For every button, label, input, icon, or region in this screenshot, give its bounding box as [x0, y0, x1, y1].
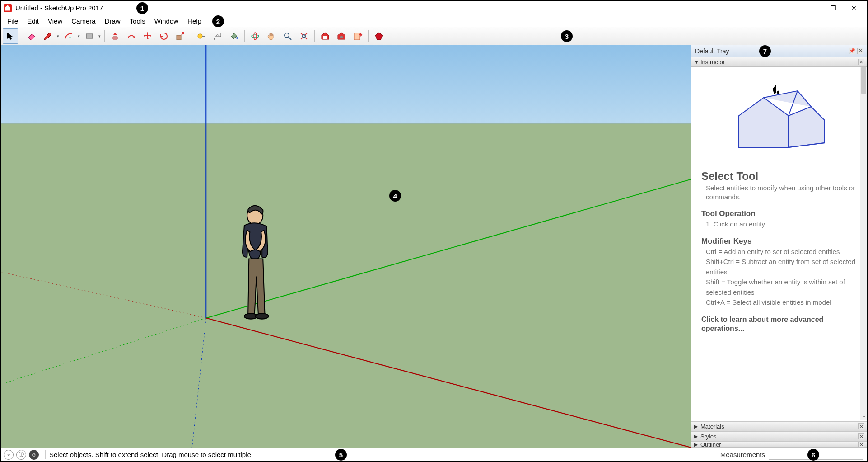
geolocation-icon[interactable]: ⌖	[4, 450, 14, 460]
tray-title: Default Tray	[695, 47, 729, 55]
scale-tool[interactable]	[173, 28, 188, 44]
materials-title: Materials	[700, 423, 724, 430]
zoom-extents-tool[interactable]	[296, 28, 312, 44]
minimize-button[interactable]: —	[802, 1, 823, 15]
styles-close-icon[interactable]: ✕	[858, 433, 864, 439]
instructor-close-icon[interactable]: ✕	[858, 59, 864, 65]
outliner-title: Outliner	[700, 441, 721, 448]
svg-point-10	[303, 35, 305, 38]
eraser-tool[interactable]	[24, 28, 39, 44]
modifier-keys-heading: Modifier Keys	[701, 237, 857, 246]
scene-canvas	[1, 45, 691, 448]
status-bar: ⌖ ⓘ ☺ Select objects. Shift to extend se…	[1, 448, 867, 461]
materials-close-icon[interactable]: ✕	[858, 423, 864, 429]
push-pull-tool[interactable]	[107, 28, 123, 44]
zoom-tool[interactable]	[280, 28, 295, 44]
menu-help[interactable]: Help	[183, 16, 206, 26]
svg-point-6	[236, 37, 238, 39]
measurements-label: Measurements	[720, 451, 765, 458]
callout-2: 2	[212, 15, 224, 27]
scroll-down-icon[interactable]: ⌄	[860, 413, 867, 420]
svg-rect-2	[177, 35, 181, 40]
toolbar: ▾ ▾ ▾ A1 3	[1, 27, 867, 45]
default-tray: Default Tray 📌 ✕ 7 ▼ Instructor ✕	[691, 45, 867, 448]
svg-rect-15	[1, 124, 691, 448]
outliner-close-icon[interactable]: ✕	[858, 441, 864, 448]
select-tool[interactable]	[3, 28, 18, 44]
svg-point-0	[70, 37, 71, 38]
arc-tool[interactable]	[61, 28, 76, 44]
svg-rect-13	[354, 33, 360, 40]
extension-warehouse-tool[interactable]	[334, 28, 349, 44]
instructor-desc: Select entities to modify when using oth…	[706, 184, 857, 201]
tray-pin-icon[interactable]: 📌	[849, 48, 855, 54]
credits-icon[interactable]: ⓘ	[16, 450, 26, 460]
status-hint: Select objects. Shift to extend select. …	[49, 451, 253, 458]
menu-view[interactable]: View	[43, 16, 67, 26]
styles-panel-header[interactable]: ▶ Styles ✕	[691, 431, 867, 441]
instructor-panel-body: Select Tool Select entities to modify wh…	[691, 67, 867, 421]
modifier-keys-text: Ctrl = Add an entity to set of selected …	[706, 247, 857, 308]
person-icon[interactable]: ☺	[29, 450, 39, 460]
svg-point-9	[285, 33, 289, 38]
svg-rect-1	[86, 34, 93, 38]
menu-tools[interactable]: Tools	[125, 16, 150, 26]
move-tool[interactable]	[140, 28, 155, 44]
pencil-tool[interactable]	[40, 28, 56, 44]
menu-draw[interactable]: Draw	[100, 16, 125, 26]
svg-text:A1: A1	[216, 33, 220, 36]
drawing-viewport[interactable]: 4	[1, 45, 691, 448]
tray-close-icon[interactable]: ✕	[857, 48, 863, 54]
tray-scrollbar[interactable]: ⌄	[860, 67, 867, 420]
callout-5: 5	[335, 449, 347, 461]
expand-icon: ▶	[694, 424, 700, 429]
menu-window[interactable]: Window	[150, 16, 183, 26]
outliner-panel-header[interactable]: ▶ Outliner ✕	[691, 441, 867, 448]
text-tool[interactable]: A1	[210, 28, 225, 44]
tool-operation-text: 1. Click on an entity.	[706, 219, 857, 230]
materials-panel-header[interactable]: ▶ Materials ✕	[691, 421, 867, 431]
instructor-title: Instructor	[700, 59, 725, 66]
menu-camera[interactable]: Camera	[67, 16, 100, 26]
pencil-dropdown[interactable]: ▾	[56, 34, 60, 38]
scrollbar-thumb[interactable]	[861, 67, 866, 94]
measurements-input[interactable]	[769, 450, 863, 460]
pan-tool[interactable]	[264, 28, 279, 44]
svg-point-12	[340, 36, 343, 38]
arc-dropdown[interactable]: ▾	[76, 34, 81, 38]
app-icon	[4, 4, 12, 12]
tape-measure-tool[interactable]	[194, 28, 209, 44]
expand-icon: ▶	[694, 442, 700, 448]
main-area: 4 Default Tray 📌 ✕ 7 ▼ Instructor ✕	[1, 45, 867, 448]
rectangle-dropdown[interactable]: ▾	[97, 34, 102, 38]
orbit-tool[interactable]	[247, 28, 263, 44]
learn-more-link[interactable]: Click to learn about more advanced opera…	[701, 315, 857, 334]
svg-point-3	[198, 34, 202, 38]
instructor-panel-header[interactable]: ▼ Instructor ✕	[691, 57, 867, 67]
menu-edit[interactable]: Edit	[23, 16, 43, 26]
rectangle-tool[interactable]	[82, 28, 97, 44]
close-button[interactable]: ✕	[844, 1, 864, 15]
svg-rect-11	[323, 36, 327, 39]
svg-point-7	[252, 35, 259, 38]
styles-title: Styles	[700, 433, 716, 440]
title-bar: Untitled - SketchUp Pro 2017 1 — ❐ ✕	[1, 1, 867, 15]
maximize-button[interactable]: ❐	[823, 1, 844, 15]
tool-operation-heading: Tool Operation	[701, 209, 857, 218]
offset-tool[interactable]	[124, 28, 139, 44]
3d-warehouse-tool[interactable]	[317, 28, 333, 44]
menu-bar: File Edit View Camera Draw Tools Window …	[1, 15, 867, 27]
instructor-illustration	[701, 75, 857, 165]
callout-1: 1	[136, 2, 148, 14]
tray-header[interactable]: Default Tray 📌 ✕	[691, 45, 867, 57]
paint-bucket-tool[interactable]	[226, 28, 242, 44]
expand-icon: ▶	[694, 434, 700, 439]
send-to-layout-tool[interactable]	[350, 28, 365, 44]
instructor-heading: Select Tool	[701, 170, 857, 183]
svg-point-8	[254, 33, 257, 40]
menu-file[interactable]: File	[3, 16, 23, 26]
collapse-icon: ▼	[694, 59, 700, 65]
window-title: Untitled - SketchUp Pro 2017	[15, 4, 103, 12]
ruby-extension-tool[interactable]	[371, 28, 387, 44]
rotate-tool[interactable]	[156, 28, 172, 44]
